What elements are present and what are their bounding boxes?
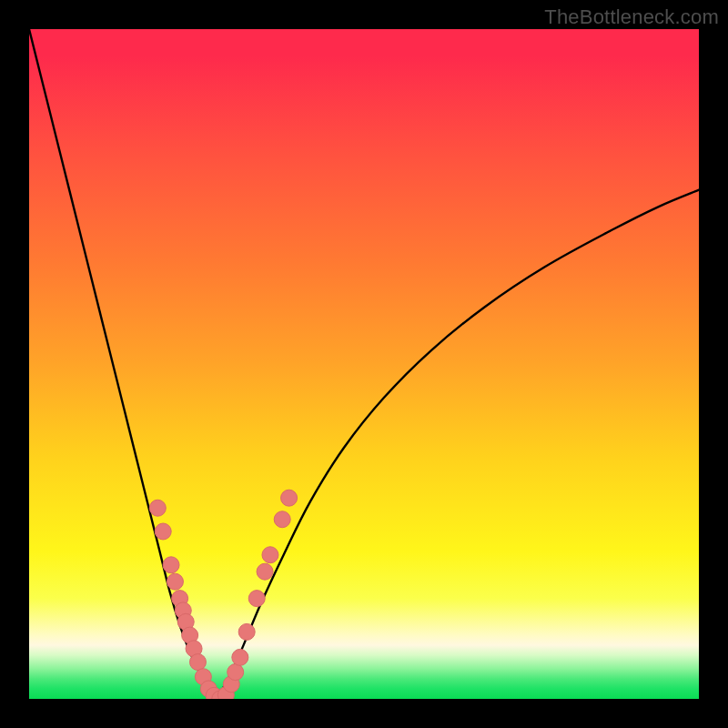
data-marker [163, 557, 179, 573]
data-marker [232, 649, 248, 665]
data-marker [155, 523, 171, 540]
curve-left-curve [29, 29, 217, 699]
data-marker [257, 563, 273, 580]
curve-right-curve [217, 190, 699, 699]
marker-layer [149, 490, 297, 699]
chart-svg [29, 29, 699, 699]
data-marker [262, 547, 278, 563]
data-marker [149, 500, 166, 516]
curve-layer [29, 29, 699, 699]
data-marker [281, 490, 298, 506]
chart-frame: TheBottleneck.com [0, 0, 728, 728]
plot-area [29, 29, 699, 699]
data-marker [228, 664, 244, 681]
data-marker [167, 573, 183, 590]
data-marker [189, 654, 206, 671]
watermark-text: TheBottleneck.com [544, 5, 719, 29]
data-marker [248, 591, 265, 607]
data-marker [238, 623, 255, 640]
data-marker [274, 511, 290, 528]
